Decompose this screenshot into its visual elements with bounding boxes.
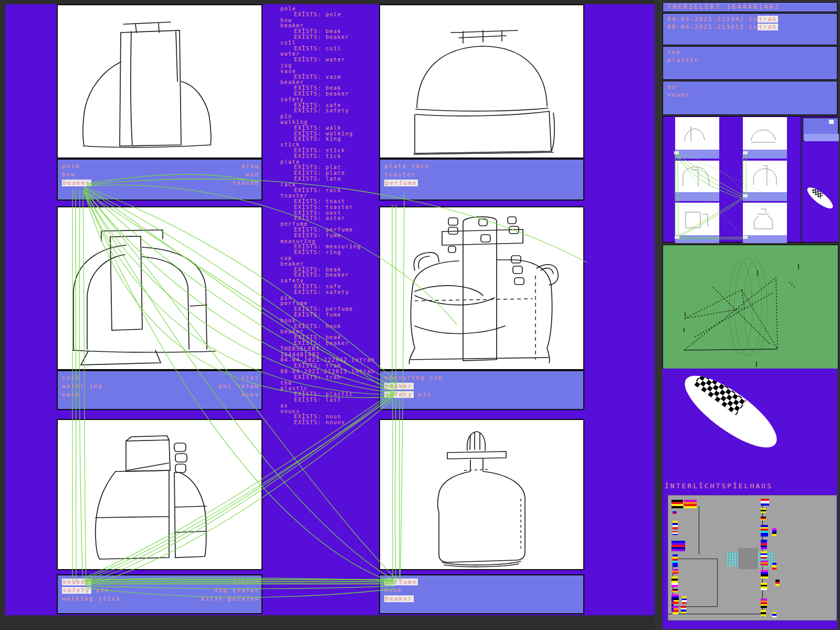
flag-strip: [673, 531, 678, 535]
label-word[interactable]: measurîng cup: [384, 374, 443, 381]
abstract-sketch: [663, 245, 837, 368]
label-word[interactable]: coîl: [240, 374, 259, 381]
flag-strip: [673, 569, 678, 574]
flag-strip: [761, 598, 767, 608]
label-strip[interactable]: plate racktoasterperfume: [379, 159, 584, 201]
label-word[interactable]: perfume: [384, 180, 418, 186]
label-word[interactable]: beaker: [62, 579, 91, 585]
label-word[interactable]: plate rack: [384, 163, 429, 170]
listing-line: EXÎSTS: beaker: [280, 35, 385, 40]
label-word[interactable]: walkîng stîck: [200, 595, 258, 602]
label-word[interactable]: water jug: [217, 383, 258, 390]
sketch-panel-coil-waterjug-vase[interactable]: coîlwater jugvasecoîlwater jugvase: [57, 206, 262, 410]
listing-line: rack: [280, 182, 385, 188]
flag-strip: [772, 563, 776, 570]
label-strip[interactable]: perfumehookbeaker: [379, 574, 584, 614]
label-word[interactable]: walkîng stîck: [62, 595, 121, 602]
listing-line: EXÎSTS: pole: [280, 12, 385, 18]
listing-line: EXÎSTS: tîck: [280, 154, 385, 160]
label-word[interactable]: coîl: [62, 374, 80, 381]
vessel-sketch: [380, 207, 583, 369]
sketch-canvas[interactable]: [57, 206, 262, 370]
sketch-canvas[interactable]: [57, 419, 262, 570]
minimap-thumbnail[interactable]: [675, 117, 719, 150]
label-word[interactable]: beaker: [62, 180, 91, 186]
flag-strip: [761, 540, 767, 549]
label-word[interactable]: beaker: [384, 383, 414, 390]
flag-strip: [673, 589, 678, 592]
listing-line: EXÎSTS: safety: [280, 108, 385, 114]
listing-line: EXÎSTS: walk: [280, 125, 385, 131]
label-word[interactable]: safety: [62, 587, 91, 594]
minimap-label-strip: [675, 150, 719, 159]
flag-strip: [761, 551, 767, 559]
gray-square: [738, 548, 758, 569]
minimap-thumbnail[interactable]: [743, 203, 787, 235]
bottle-sketch: [380, 420, 583, 569]
listing-line: EXÎSTS: last: [280, 397, 385, 403]
listing-line: as: [280, 403, 385, 409]
file-item[interactable]: 08-04-2021-213013.întrah: [663, 23, 837, 31]
label-text: plate racktoasterperfume: [384, 162, 429, 187]
listing-line: jug: [280, 63, 385, 69]
main-canvas: polebowbeakerpolebowbeaker plate racktoa…: [5, 4, 655, 615]
flag-strip: [671, 598, 674, 612]
label-word[interactable]: pîn: [414, 391, 432, 398]
label-word[interactable]: safety: [384, 391, 414, 398]
flag-grid-panel[interactable]: [668, 495, 837, 621]
flag-strip: [775, 580, 780, 586]
label-word[interactable]: beaker: [384, 595, 414, 602]
green-sketch-panel[interactable]: [663, 245, 838, 370]
sketch-panel-measuringcup-beaker-safetypin[interactable]: measurîng cupbeakersafety pîn: [379, 206, 584, 410]
label-word[interactable]: toaster: [384, 171, 416, 178]
listing-line: EXÎSTS: fume: [280, 312, 385, 318]
label-word[interactable]: bow: [245, 171, 258, 178]
flag-strip: [772, 612, 776, 617]
file-item[interactable]: 04-04-2021-222942.întrah: [663, 15, 837, 23]
minimap-thumbnail[interactable]: [675, 161, 719, 192]
sketch-canvas[interactable]: [57, 4, 262, 159]
sketch-canvas[interactable]: [379, 206, 584, 370]
sketch-panel-beaker-safetypin-walkingstick[interactable]: beakersafety pînwalkîng stîckbeakersafet…: [57, 419, 262, 610]
label-word[interactable]: bow: [62, 171, 76, 178]
label-word[interactable]: pole: [240, 163, 259, 170]
label-strip[interactable]: beakersafety pînwalkîng stîckbeakersafet…: [57, 574, 262, 614]
sketch-panel-perfume-hook-beaker[interactable]: perfumehookbeaker: [379, 419, 584, 610]
label-word[interactable]: pîn: [213, 587, 232, 594]
sketch-canvas[interactable]: [379, 419, 584, 570]
minimap[interactable]: [663, 116, 838, 243]
word: plastîc: [663, 56, 837, 64]
sketch-canvas[interactable]: [379, 4, 584, 159]
label-strip[interactable]: polebowbeakerpolebowbeaker: [57, 159, 262, 201]
label-strip[interactable]: coîlwater jugvasecoîlwater jugvase: [57, 370, 262, 410]
word-listing: poleEXÎSTS: polebowbeakerEXÎSTS: beakEXÎ…: [280, 6, 385, 426]
sketch-panel-pole-bow-beaker[interactable]: polebowbeakerpolebowbeaker: [57, 4, 262, 201]
label-word[interactable]: perfume: [384, 579, 418, 585]
label-word[interactable]: vase: [240, 391, 259, 398]
label-word[interactable]: beaker: [231, 180, 258, 186]
label-word[interactable]: hook: [384, 587, 403, 594]
flag-strip: [673, 521, 678, 529]
label-word[interactable]: pole: [62, 163, 80, 170]
flag-strip: [673, 554, 678, 567]
listing-line: safety: [280, 97, 385, 103]
label-strip[interactable]: measurîng cupbeakersafety pîn: [379, 370, 584, 410]
listing-line: hook: [280, 318, 385, 324]
minimap-leaf-thumb: [803, 180, 837, 216]
listing-line: vase: [280, 69, 385, 75]
label-word[interactable]: safety: [231, 587, 258, 594]
minimap-thumbnail[interactable]: [743, 117, 787, 150]
label-word[interactable]: pîn: [91, 587, 110, 594]
sketch-panel-plate-rack-toaster-perfume[interactable]: plate racktoasterperfume: [379, 4, 584, 201]
minimap-thumbnail[interactable]: [743, 161, 787, 192]
flag-strip: [761, 583, 767, 590]
file-highlight: trah: [758, 24, 778, 30]
word: nouns: [663, 91, 837, 99]
flag-strip: [761, 570, 768, 579]
label-word[interactable]: vase: [62, 391, 80, 398]
flag-strip: [761, 610, 766, 616]
label-word[interactable]: beaker: [231, 579, 258, 585]
flag-strip: [761, 517, 766, 520]
label-word[interactable]: water jug: [62, 383, 103, 390]
minimap-thumbnail[interactable]: [675, 203, 719, 235]
